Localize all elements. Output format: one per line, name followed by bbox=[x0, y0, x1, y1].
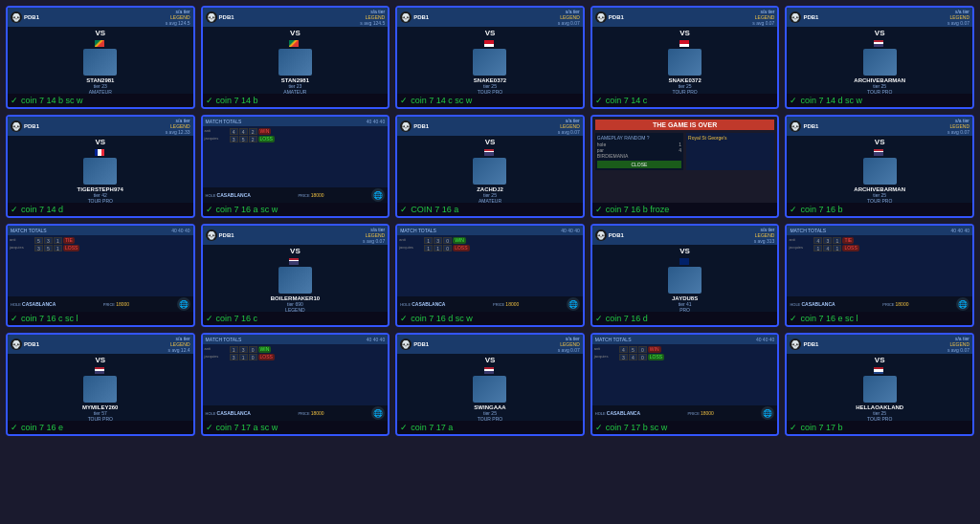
card-card-10[interactable]: 💀 PDB1 s/a tier LEGEND s avg 0.07 VS bbox=[785, 115, 974, 218]
match-preview: 💀 PDB1 s/a tier LEGEND s avg 0.07 VS bbox=[787, 117, 972, 203]
check-icon: ✓ bbox=[790, 423, 797, 432]
check-icon: ✓ bbox=[206, 423, 213, 432]
card-label: ✓ coin 7 14 c sc w bbox=[397, 94, 583, 107]
card-card-12[interactable]: 💀 PDB1 s/a tier LEGEND s avg 0.07 VS bbox=[201, 224, 390, 327]
check-icon: ✓ bbox=[206, 205, 213, 214]
label-text: COIN 7 16 a bbox=[411, 205, 458, 214]
card-label: ✓ coin 7 16 e sc l bbox=[787, 312, 972, 325]
card-label: ✓ coin 7 14 d bbox=[8, 203, 193, 216]
card-label: ✓ coin 7 14 c bbox=[592, 94, 778, 107]
card-card-5[interactable]: 💀 PDB1 s/a tier LEGEND s avg 0.07 VS bbox=[785, 6, 974, 109]
card-card-16[interactable]: 💀 PDB1 s/a tier LEGEND s avg 12.4 VS bbox=[6, 333, 195, 436]
card-label: ✓ coin 7 16 d bbox=[592, 312, 778, 325]
check-icon: ✓ bbox=[11, 423, 18, 432]
card-card-1[interactable]: 💀 PDB1 s/a tier LEGEND s avg 124.5 VS bbox=[6, 6, 195, 109]
check-icon: ✓ bbox=[400, 205, 408, 214]
match-preview: MATCH TOTALS 40 40 40 anti 1 3 0 WIN bbox=[397, 226, 583, 312]
label-text: coin 7 17 a sc w bbox=[216, 423, 278, 432]
check-icon: ✓ bbox=[400, 314, 408, 323]
match-preview: 💀 PDB1 s/a tier LEGEND s avg 12.33 VS bbox=[8, 117, 193, 203]
card-label: ✓ COIN 7 16 a bbox=[397, 203, 583, 216]
label-text: coin 7 17 b bbox=[800, 423, 842, 432]
match-preview: 💀 PDB1 s/a tier LEGEND s avg 0.07 VS bbox=[397, 8, 583, 94]
card-card-20[interactable]: 💀 PDB1 s/a tier LEGEND s avg 0.07 VS bbox=[785, 333, 974, 436]
match-preview: MATCH TOTALS 40 40 40 anti 1 3 0 WIN bbox=[203, 335, 389, 421]
card-card-3[interactable]: 💀 PDB1 s/a tier LEGEND s avg 0.07 VS bbox=[395, 6, 585, 109]
match-preview: 💀 PDB1 s/a tier LEGEND s avg 313 VS bbox=[592, 226, 778, 312]
label-text: coin 7 17 b sc w bbox=[606, 423, 668, 432]
card-card-11[interactable]: MATCH TOTALS 40 40 40 anti 5 3 1 TIE bbox=[6, 224, 195, 327]
cards-grid: 💀 PDB1 s/a tier LEGEND s avg 124.5 VS bbox=[0, 0, 980, 442]
card-card-6[interactable]: 💀 PDB1 s/a tier LEGEND s avg 12.33 VS bbox=[6, 115, 195, 218]
check-icon: ✓ bbox=[11, 314, 18, 323]
label-text: coin 7 14 b bbox=[216, 96, 258, 105]
card-card-19[interactable]: MATCH TOTALS 40 40 40 anti 4 5 0 WIN bbox=[590, 333, 780, 436]
check-icon: ✓ bbox=[400, 423, 408, 432]
check-icon: ✓ bbox=[11, 205, 18, 214]
label-text: coin 7 16 e sc l bbox=[800, 314, 858, 323]
card-label: ✓ coin 7 16 b bbox=[787, 203, 972, 216]
match-preview: THE GAME IS OVER GAMEPLAY RANDOM ? hole1… bbox=[592, 117, 778, 203]
card-card-9[interactable]: THE GAME IS OVER GAMEPLAY RANDOM ? hole1… bbox=[590, 115, 780, 218]
match-preview: 💀 PDB1 s/a tier LEGEND s avg 0.07 VS bbox=[592, 8, 778, 94]
match-preview: 💀 PDB1 s/a tier LEGEND s avg 0.07 VS bbox=[787, 335, 972, 421]
label-text: coin 7 16 c sc l bbox=[21, 314, 78, 323]
label-text: coin 7 16 a sc w bbox=[216, 205, 278, 214]
check-icon: ✓ bbox=[595, 314, 603, 323]
label-text: coin 7 16 d sc w bbox=[411, 314, 473, 323]
card-label: ✓ coin 7 16 b froze bbox=[592, 203, 778, 216]
card-label: ✓ coin 7 14 d sc w bbox=[787, 94, 972, 107]
check-icon: ✓ bbox=[790, 205, 797, 214]
match-preview: MATCH TOTALS 40 40 40 anti 4 4 2 WIN bbox=[203, 117, 389, 203]
card-label: ✓ coin 7 17 a bbox=[397, 421, 583, 434]
check-icon: ✓ bbox=[595, 96, 603, 105]
check-icon: ✓ bbox=[595, 423, 603, 432]
card-label: ✓ coin 7 16 c sc l bbox=[8, 312, 193, 325]
match-preview: MATCH TOTALS 40 40 40 anti 4 3 1 TIE bbox=[787, 226, 972, 312]
match-preview: 💀 PDB1 s/a tier LEGEND s avg 124.5 VS bbox=[203, 8, 389, 94]
check-icon: ✓ bbox=[11, 96, 18, 105]
check-icon: ✓ bbox=[790, 314, 797, 323]
card-label: ✓ coin 7 16 e bbox=[8, 421, 193, 434]
card-label: ✓ coin 7 14 b sc w bbox=[8, 94, 193, 107]
label-text: coin 7 16 b froze bbox=[606, 205, 670, 214]
check-icon: ✓ bbox=[790, 96, 797, 105]
card-card-18[interactable]: 💀 PDB1 s/a tier LEGEND s avg 0.07 VS bbox=[395, 333, 585, 436]
match-preview: 💀 PDB1 s/a tier LEGEND s avg 0.07 VS bbox=[397, 117, 583, 203]
card-label: ✓ coin 7 17 b sc w bbox=[592, 421, 778, 434]
check-icon: ✓ bbox=[400, 96, 408, 105]
card-label: ✓ coin 7 16 d sc w bbox=[397, 312, 583, 325]
card-label: ✓ coin 7 17 b bbox=[787, 421, 972, 434]
label-text: coin 7 14 d sc w bbox=[800, 96, 862, 105]
match-preview: 💀 PDB1 s/a tier LEGEND s avg 124.5 VS bbox=[8, 8, 193, 94]
label-text: coin 7 14 c sc w bbox=[411, 96, 472, 105]
card-card-8[interactable]: 💀 PDB1 s/a tier LEGEND s avg 0.07 VS bbox=[395, 115, 585, 218]
card-card-17[interactable]: MATCH TOTALS 40 40 40 anti 1 3 0 WIN bbox=[201, 333, 390, 436]
check-icon: ✓ bbox=[206, 96, 213, 105]
card-card-14[interactable]: 💀 PDB1 s/a tier LEGEND s avg 313 VS bbox=[590, 224, 780, 327]
label-text: coin 7 14 c bbox=[606, 96, 648, 105]
card-card-13[interactable]: MATCH TOTALS 40 40 40 anti 1 3 0 WIN bbox=[395, 224, 585, 327]
label-text: coin 7 14 d bbox=[21, 205, 63, 214]
match-preview: 💀 PDB1 s/a tier LEGEND s avg 0.07 VS bbox=[787, 8, 972, 94]
card-card-15[interactable]: MATCH TOTALS 40 40 40 anti 4 3 1 TIE bbox=[785, 224, 974, 327]
label-text: coin 7 17 a bbox=[411, 423, 453, 432]
card-card-7[interactable]: MATCH TOTALS 40 40 40 anti 4 4 2 WIN bbox=[201, 115, 390, 218]
match-preview: 💀 PDB1 s/a tier LEGEND s avg 0.07 VS bbox=[203, 226, 389, 312]
label-text: coin 7 16 e bbox=[21, 423, 63, 432]
label-text: coin 7 14 b sc w bbox=[21, 96, 83, 105]
match-preview: MATCH TOTALS 40 40 40 anti 4 5 0 WIN bbox=[592, 335, 778, 421]
match-preview: 💀 PDB1 s/a tier LEGEND s avg 0.07 VS bbox=[397, 335, 583, 421]
card-card-4[interactable]: 💀 PDB1 s/a tier LEGEND s avg 0.07 VS bbox=[590, 6, 780, 109]
match-preview: MATCH TOTALS 40 40 40 anti 5 3 1 TIE bbox=[8, 226, 193, 312]
check-icon: ✓ bbox=[595, 205, 603, 214]
card-label: ✓ coin 7 17 a sc w bbox=[203, 421, 389, 434]
check-icon: ✓ bbox=[206, 314, 213, 323]
card-label: ✓ coin 7 16 c bbox=[203, 312, 389, 325]
label-text: coin 7 16 b bbox=[800, 205, 842, 214]
label-text: coin 7 16 d bbox=[606, 314, 648, 323]
card-label: ✓ coin 7 14 b bbox=[203, 94, 389, 107]
label-text: coin 7 16 c bbox=[216, 314, 258, 323]
card-label: ✓ coin 7 16 a sc w bbox=[203, 203, 389, 216]
card-card-2[interactable]: 💀 PDB1 s/a tier LEGEND s avg 124.5 VS bbox=[201, 6, 390, 109]
